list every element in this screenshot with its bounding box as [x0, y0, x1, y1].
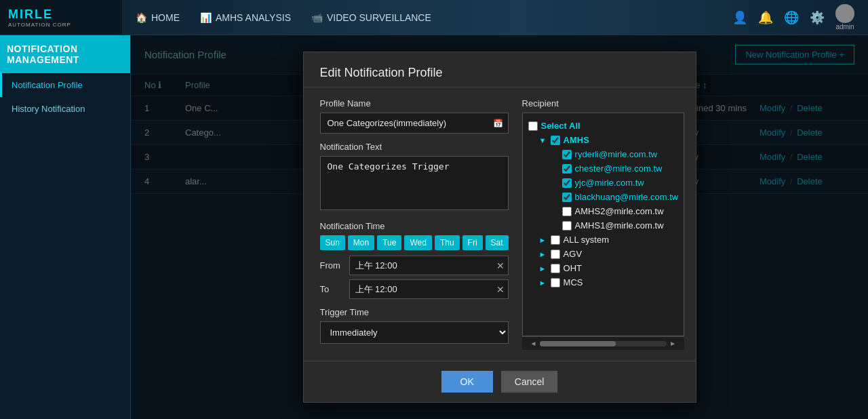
- trigger-time-label: Trigger Time: [320, 307, 509, 317]
- day-fri[interactable]: Fri: [462, 235, 483, 250]
- modal-title: Edit Notification Profile: [304, 52, 696, 87]
- globe-icon[interactable]: 🌐: [784, 10, 799, 25]
- notification-text-label: Notification Text: [320, 142, 509, 152]
- tree-group-amhs[interactable]: ▼ AMHS: [539, 133, 679, 147]
- top-navigation: MIRLE AUTOMATION CORP 🏠 HOME 📊 AMHS ANAL…: [0, 0, 868, 35]
- from-label: From: [320, 260, 344, 271]
- recipient-tree[interactable]: Select All ▼ AMHS ryderli@mirle.com.tw: [522, 113, 685, 336]
- tree-member-yjc[interactable]: yjc@mirle.com.tw: [562, 176, 679, 190]
- notification-time-section: Notification Time Sun Mon Tue Wed Thu Fr…: [320, 221, 509, 299]
- yjc-email: yjc@mirle.com.tw: [575, 178, 644, 188]
- amhs2-checkbox[interactable]: [562, 207, 572, 216]
- nav-video[interactable]: 📹 VIDEO SURVEILLANCE: [311, 12, 431, 23]
- modal-recipient: Recipient Select All ▼ AMHS: [522, 98, 685, 350]
- from-time-input[interactable]: [349, 256, 509, 275]
- nav-home[interactable]: 🏠 HOME: [136, 12, 180, 23]
- mcs-label: MCS: [564, 277, 583, 287]
- logo-sub: AUTOMATION CORP: [8, 22, 71, 28]
- scroll-right-arrow[interactable]: ►: [667, 340, 679, 347]
- chester-email: chester@mirle.com.tw: [575, 163, 663, 174]
- oht-label: OHT: [564, 263, 582, 273]
- mcs-toggle[interactable]: ►: [539, 279, 547, 287]
- notification-text-section: Notification Text One Categorizes Trigge…: [320, 142, 509, 213]
- day-mon[interactable]: Mon: [348, 235, 374, 250]
- trigger-time-section: Trigger Time Immediately Alarm remained …: [320, 307, 509, 344]
- oht-checkbox[interactable]: [551, 264, 560, 273]
- trigger-time-select[interactable]: Immediately Alarm remained 30 mins: [320, 321, 509, 344]
- nav-amhs-label: AMHS ANALYSIS: [216, 12, 291, 23]
- scroll-left-arrow[interactable]: ◄: [528, 340, 540, 347]
- admin-label: admin: [835, 23, 854, 31]
- to-clear-icon[interactable]: ✕: [496, 284, 505, 295]
- notification-text-input[interactable]: One Categorizes Trigger: [320, 156, 509, 210]
- user-icon[interactable]: 👤: [732, 10, 747, 25]
- tree-member-chester[interactable]: chester@mirle.com.tw: [562, 161, 679, 176]
- amhs1-email: AMHS1@mirle.com.tw: [575, 220, 664, 231]
- from-clear-icon[interactable]: ✕: [496, 260, 505, 271]
- to-time-input[interactable]: [349, 279, 509, 299]
- amhs-label: AMHS: [564, 135, 589, 145]
- tree-member-blackhuang[interactable]: blackhuang@mirle.com.tw: [562, 190, 679, 204]
- modal-footer: OK Cancel: [304, 361, 696, 402]
- from-time-wrap: ✕: [349, 256, 509, 275]
- gear-icon[interactable]: ⚙️: [810, 10, 825, 25]
- agv-checkbox[interactable]: [551, 250, 560, 259]
- profile-name-label: Profile Name: [320, 98, 509, 108]
- allsystem-label: ALL system: [564, 235, 609, 245]
- mcs-checkbox[interactable]: [551, 278, 560, 287]
- sidebar-item-notification-profile[interactable]: Notification Profile: [0, 73, 130, 97]
- profile-name-input[interactable]: [320, 113, 509, 134]
- day-buttons: Sun Mon Tue Wed Thu Fri Sat: [320, 235, 509, 250]
- day-thu[interactable]: Thu: [435, 235, 460, 250]
- allsystem-toggle[interactable]: ►: [539, 236, 547, 244]
- nav-amhs[interactable]: 📊 AMHS ANALYSIS: [200, 12, 291, 23]
- sidebar: Notification Management Notification Pro…: [0, 35, 131, 419]
- tree-group-allsystem[interactable]: ► ALL system: [539, 233, 679, 247]
- cancel-button[interactable]: Cancel: [501, 371, 558, 393]
- day-sat[interactable]: Sat: [486, 235, 509, 250]
- tree-select-all[interactable]: Select All: [528, 119, 679, 133]
- tree-group-mcs[interactable]: ► MCS: [539, 275, 679, 290]
- notification-time-label: Notification Time: [320, 221, 509, 231]
- select-all-checkbox[interactable]: [528, 121, 538, 131]
- main-content: Notification Profile New Notification Pr…: [131, 35, 868, 419]
- sidebar-item-history-notification[interactable]: History Notification: [0, 97, 130, 121]
- nav-items: 🏠 HOME 📊 AMHS ANALYSIS 📹 VIDEO SURVEILLA…: [122, 12, 719, 23]
- admin-area: admin: [835, 4, 854, 31]
- modal-overlay: Edit Notification Profile Profile Name 📅…: [131, 35, 868, 419]
- amhs-toggle[interactable]: ▼: [539, 136, 547, 144]
- scroll-track: [540, 341, 667, 346]
- day-tue[interactable]: Tue: [377, 235, 401, 250]
- blackhuang-checkbox[interactable]: [562, 193, 572, 202]
- edit-notification-modal: Edit Notification Profile Profile Name 📅…: [303, 52, 696, 403]
- nav-video-label: VIDEO SURVEILLANCE: [327, 12, 431, 23]
- select-all-label: Select All: [541, 121, 580, 131]
- yjc-checkbox[interactable]: [562, 178, 572, 188]
- chester-checkbox[interactable]: [562, 164, 572, 174]
- ryderli-checkbox[interactable]: [562, 150, 572, 159]
- recipient-label: Recipient: [522, 98, 685, 108]
- logo: MIRLE AUTOMATION CORP: [0, 0, 122, 35]
- amhs-checkbox[interactable]: [551, 136, 560, 145]
- chart-icon: 📊: [200, 12, 212, 23]
- day-wed[interactable]: Wed: [404, 235, 431, 250]
- day-sun[interactable]: Sun: [320, 235, 345, 250]
- bell-icon[interactable]: 🔔: [758, 10, 773, 25]
- to-label: To: [320, 284, 344, 294]
- tree-member-ryderli[interactable]: ryderli@mirle.com.tw: [562, 147, 679, 161]
- amhs1-checkbox[interactable]: [562, 221, 572, 231]
- horizontal-scrollbar[interactable]: ◄ ►: [522, 336, 685, 350]
- agv-toggle[interactable]: ►: [539, 250, 547, 258]
- ok-button[interactable]: OK: [441, 371, 493, 393]
- ryderli-email: ryderli@mirle.com.tw: [575, 149, 658, 159]
- nav-right: 👤 🔔 🌐 ⚙️ admin: [719, 4, 868, 31]
- from-time-row: From ✕: [320, 256, 509, 275]
- blackhuang-email: blackhuang@mirle.com.tw: [575, 192, 679, 202]
- tree-member-amhs1[interactable]: AMHS1@mirle.com.tw: [562, 218, 679, 233]
- oht-toggle[interactable]: ►: [539, 264, 547, 273]
- allsystem-checkbox[interactable]: [551, 235, 560, 245]
- tree-group-oht[interactable]: ► OHT: [539, 261, 679, 275]
- tree-group-agv[interactable]: ► AGV: [539, 247, 679, 261]
- tree-member-amhs2[interactable]: AMHS2@mirle.com.tw: [562, 204, 679, 218]
- calendar-icon: 📅: [493, 119, 503, 128]
